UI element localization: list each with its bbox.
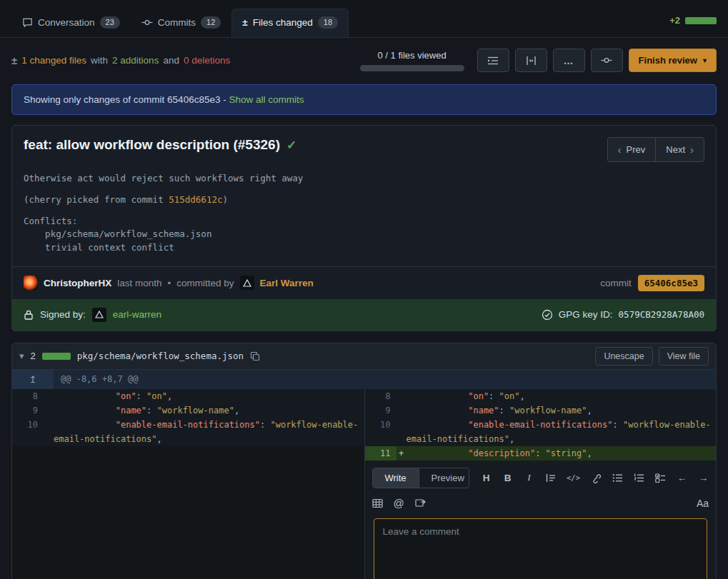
line-number[interactable]: 8 (365, 389, 397, 403)
lock-icon (24, 309, 34, 321)
committer-avatar[interactable] (240, 276, 254, 290)
prev-commit-button[interactable]: ‹ Prev (607, 137, 656, 162)
line-sign (44, 403, 54, 418)
comment-textarea[interactable] (376, 520, 706, 579)
chevron-right-icon: › (690, 144, 694, 156)
next-commit-button[interactable]: Next › (655, 137, 704, 162)
show-all-commits-link[interactable]: Show all commits (229, 94, 304, 105)
comment-box (374, 518, 708, 579)
expand-hunk-button[interactable]: ↥ (12, 370, 54, 389)
link-icon[interactable] (591, 471, 602, 484)
commit-time: last month (117, 278, 161, 288)
copy-path-icon[interactable] (250, 351, 260, 361)
line-number[interactable]: 8 (12, 389, 44, 403)
code-icon[interactable]: </> (567, 471, 580, 484)
text-size-icon[interactable]: Aa (697, 497, 709, 510)
chevron-left-icon: ‹ (618, 144, 622, 156)
commit-icon (141, 17, 153, 28)
line-code: "name": "workflow-name", (407, 403, 717, 418)
table-icon[interactable] (372, 497, 383, 510)
tab-commits-label: Commits (158, 17, 196, 28)
view-file-button[interactable]: View file (659, 347, 709, 366)
diff-file-header: ▾ 2 pkg/schema/workflow_schema.json Unes… (12, 343, 716, 370)
line-code: "description": "string", (407, 446, 717, 460)
diff-hunk-row: ↥ @@ -8,6 +8,7 @@ (12, 370, 716, 389)
line-number[interactable]: 11 (365, 446, 397, 460)
finish-review-button[interactable]: Finish review ▾ (629, 49, 717, 72)
line-sign: + (397, 446, 407, 460)
line-code: "enable-email-notifications": "workflow-… (54, 418, 364, 446)
task-list-icon[interactable] (655, 471, 666, 484)
line-code: "name": "workflow-name", (54, 403, 364, 418)
split-diff: 8 "on": "on",9 "name": "workflow-name",1… (12, 389, 716, 579)
whitespace-options-button[interactable] (477, 49, 509, 72)
line-number[interactable]: 10 (365, 418, 397, 446)
files-viewed-bar (360, 65, 464, 71)
file-diff-stat-bar (42, 353, 71, 360)
numbered-list-icon[interactable] (634, 471, 644, 484)
commit-sha-badge[interactable]: 65406c85e3 (638, 275, 704, 291)
quote-icon[interactable] (545, 471, 556, 484)
tab-preview[interactable]: Preview (419, 468, 469, 488)
italic-icon[interactable]: I (524, 471, 534, 484)
deletions-text: 0 deletions (184, 55, 230, 66)
tab-commits[interactable]: Commits 12 (131, 9, 232, 37)
cherry-suffix: ) (222, 194, 228, 205)
commit-select-button[interactable] (591, 49, 623, 72)
signer-name-link[interactable]: earl-warren (113, 309, 161, 320)
finish-review-label: Finish review (639, 55, 697, 66)
diff-line: 9 "name": "workflow-name", (365, 403, 717, 418)
committer-name[interactable]: Earl Warren (260, 278, 314, 288)
heading-icon[interactable]: H (481, 471, 492, 484)
tab-write[interactable]: Write (373, 468, 419, 488)
line-number[interactable]: 10 (12, 418, 44, 446)
commits-count-badge: 12 (201, 16, 221, 29)
summary-and-text: and (163, 55, 179, 66)
line-sign (397, 389, 407, 403)
author-name[interactable]: ChristopherHX (44, 278, 111, 288)
diff-left-column: 8 "on": "on",9 "name": "workflow-name",1… (12, 389, 364, 579)
tab-files-changed[interactable]: ± Files changed 18 (231, 9, 349, 37)
cherry-pick-line: (cherry picked from commit 515dd6612c) (24, 193, 704, 207)
line-sign (397, 403, 407, 418)
signed-by-label: Signed by: (40, 309, 86, 320)
conflicts-block: Conflicts: pkg/schema/workflow_schema.js… (24, 215, 704, 255)
commit-message-line: Otherwise act would reject such workflow… (24, 172, 704, 186)
unfold-icon: ↥ (29, 374, 37, 385)
inline-comment-form: Write Preview H B I </> (365, 460, 717, 579)
pr-tab-bar: Conversation 23 Commits 12 ± Files chang… (0, 0, 728, 38)
author-avatar[interactable] (24, 276, 38, 290)
collapse-file-chevron-icon[interactable]: ▾ (19, 351, 24, 361)
signer-avatar[interactable] (92, 308, 106, 322)
pr-diff-stats: +2 (669, 15, 717, 37)
redo-arrow-icon[interactable]: → (698, 471, 709, 484)
changed-files-link[interactable]: 1 changed files (21, 55, 86, 66)
diff-line: 8 "on": "on", (12, 389, 364, 403)
split-view-toggle-button[interactable] (515, 49, 547, 72)
unescape-button[interactable]: Unescape (595, 347, 652, 366)
cherry-pick-sha-link[interactable]: 515dd6612c (169, 194, 222, 205)
format-toolbar: H B I </> (481, 471, 709, 484)
commit-author-row: ChristopherHX last month • committed by … (12, 266, 716, 299)
commit-signed-row: Signed by: earl-warren GPG key ID: 0579C… (12, 299, 716, 331)
commit-details-panel: feat: allow workflow description (#5326)… (11, 125, 717, 331)
line-number[interactable]: 9 (365, 403, 397, 418)
insert-toolbar: @ Aa (372, 497, 709, 510)
mention-icon[interactable]: @ (394, 497, 404, 510)
committed-by-text: committed by (176, 278, 234, 288)
line-number[interactable]: 9 (12, 403, 44, 418)
file-name[interactable]: pkg/schema/workflow_schema.json (77, 351, 244, 361)
files-toolbar: ± 1 changed files with 2 additions and 0… (0, 38, 728, 81)
additions-stat: +2 (669, 15, 680, 26)
commit-title-text: feat: allow workflow description (#5326) (24, 137, 280, 153)
line-code: "enable-email-notifications": "workflow-… (407, 418, 717, 446)
reference-icon[interactable] (415, 497, 426, 510)
more-options-button[interactable]: … (553, 49, 585, 72)
undo-arrow-icon[interactable]: ← (677, 471, 687, 484)
commit-label: commit (600, 278, 632, 288)
files-changed-count-badge: 18 (318, 16, 338, 29)
tab-conversation[interactable]: Conversation 23 (11, 9, 131, 37)
bullet-list-icon[interactable] (612, 471, 623, 484)
line-sign (44, 418, 54, 446)
bold-icon[interactable]: B (502, 471, 513, 484)
